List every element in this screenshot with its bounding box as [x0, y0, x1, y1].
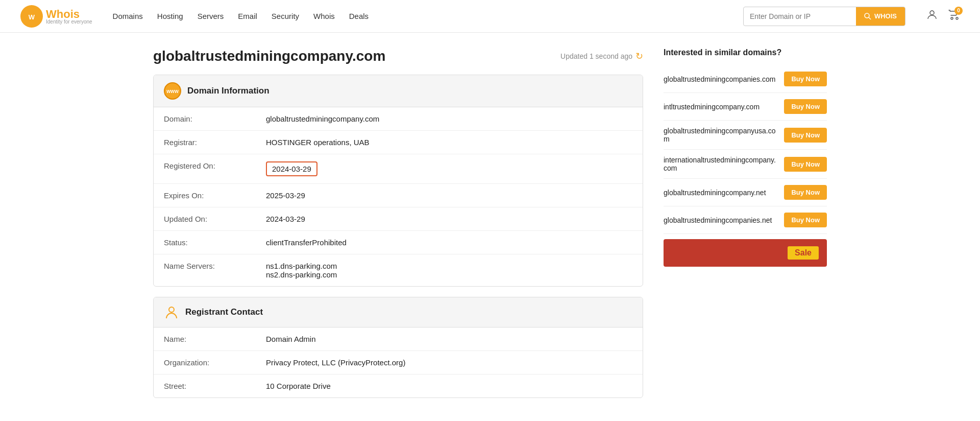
similar-domain-row: globaltrustedminingcompanies.com Buy Now	[664, 65, 827, 93]
field-value: 2024-03-29	[256, 207, 643, 231]
similar-title: Interested in similar domains?	[664, 48, 827, 57]
svg-point-2	[865, 13, 869, 18]
similar-domain-name: globaltrustedminingcompany.net	[664, 189, 766, 197]
refresh-icon[interactable]: ↻	[635, 51, 643, 62]
similar-domain-row: globaltrustedminingcompanyusa.com Buy No…	[664, 121, 827, 150]
updated-row: Updated 1 second ago ↻	[560, 51, 643, 62]
domain-title-row: globaltrustedminingcompany.com Updated 1…	[153, 48, 643, 64]
table-row: Name: Domain Admin	[154, 328, 643, 351]
buy-now-button[interactable]: Buy Now	[784, 213, 827, 227]
search-bar: WHOIS	[743, 7, 905, 26]
similar-domain-row: globaltrustedminingcompany.net Buy Now	[664, 179, 827, 206]
field-label: Name Servers:	[154, 254, 256, 287]
svg-point-5	[951, 17, 953, 19]
table-row: Status: clientTransferProhibited	[154, 231, 643, 254]
table-row: Registered On: 2024-03-29	[154, 154, 643, 184]
buy-now-button[interactable]: Buy Now	[784, 157, 827, 172]
logo[interactable]: W Whois Identity for everyone	[20, 5, 92, 28]
field-label: Street:	[154, 375, 256, 398]
similar-domain-row: internationaltrustedminingcompany.com Bu…	[664, 150, 827, 179]
field-label: Registered On:	[154, 154, 256, 184]
left-column: globaltrustedminingcompany.com Updated 1…	[153, 48, 643, 408]
registered-on-value: 2024-03-29	[266, 161, 317, 176]
similar-domain-name: globaltrustedminingcompanyusa.com	[664, 127, 779, 143]
domain-info-card: www Domain Information Domain: globaltru…	[153, 75, 643, 287]
sale-banner: Sale	[664, 239, 827, 267]
logo-tagline: Identity for everyone	[46, 19, 92, 25]
svg-text:W: W	[29, 13, 35, 21]
registrant-title: Registrant Contact	[185, 307, 263, 317]
nav-hosting[interactable]: Hosting	[157, 12, 183, 20]
similar-domain-name: internationaltrustedminingcompany.com	[664, 156, 779, 172]
table-row: Name Servers: ns1.dns-parking.com ns2.dn…	[154, 254, 643, 287]
field-label: Registrar:	[154, 131, 256, 154]
nav-whois[interactable]: Whois	[313, 12, 335, 20]
table-row: Domain: globaltrustedminingcompany.com	[154, 107, 643, 131]
registrant-table: Name: Domain Admin Organization: Privacy…	[154, 328, 643, 397]
svg-point-7	[169, 307, 174, 312]
whois-logo-icon: W	[20, 5, 43, 28]
field-value: 10 Corporate Drive	[256, 375, 643, 398]
buy-now-button[interactable]: Buy Now	[784, 185, 827, 200]
table-row: Expires On: 2025-03-29	[154, 184, 643, 207]
www-icon: www	[164, 82, 181, 100]
table-row: Updated On: 2024-03-29	[154, 207, 643, 231]
similar-domain-row: intltrustedminingcompany.com Buy Now	[664, 93, 827, 121]
updated-text: Updated 1 second ago	[560, 52, 632, 60]
buy-now-button[interactable]: Buy Now	[784, 72, 827, 86]
similar-domain-name: globaltrustedminingcompanies.net	[664, 216, 772, 224]
field-label: Updated On:	[154, 207, 256, 231]
buy-now-button[interactable]: Buy Now	[784, 99, 827, 114]
field-label: Domain:	[154, 107, 256, 131]
field-value: clientTransferProhibited	[256, 231, 643, 254]
table-row: Registrar: HOSTINGER operations, UAB	[154, 131, 643, 154]
field-value: globaltrustedminingcompany.com	[256, 107, 643, 131]
search-input[interactable]	[744, 12, 856, 20]
person-icon	[164, 305, 179, 320]
nav-deals[interactable]: Deals	[349, 12, 369, 20]
nav-servers[interactable]: Servers	[198, 12, 224, 20]
search-icon	[864, 13, 871, 20]
field-value: HOSTINGER operations, UAB	[256, 131, 643, 154]
field-value: ns1.dns-parking.com ns2.dns-parking.com	[256, 254, 643, 287]
field-value: Domain Admin	[256, 328, 643, 351]
field-label: Organization:	[154, 351, 256, 375]
table-row: Organization: Privacy Protect, LLC (Priv…	[154, 351, 643, 375]
right-column: Interested in similar domains? globaltru…	[664, 48, 827, 408]
field-label: Status:	[154, 231, 256, 254]
page-content: globaltrustedminingcompany.com Updated 1…	[133, 33, 847, 421]
similar-domain-name: globaltrustedminingcompanies.com	[664, 75, 775, 83]
field-value: Privacy Protect, LLC (PrivacyProtect.org…	[256, 351, 643, 375]
buy-now-button[interactable]: Buy Now	[784, 128, 827, 143]
cart-count: 0	[954, 7, 963, 15]
nav-links: Domains Hosting Servers Email Security W…	[113, 12, 728, 20]
registrant-header: Registrant Contact	[154, 297, 643, 328]
table-row: Street: 10 Corporate Drive	[154, 375, 643, 398]
field-label: Name:	[154, 328, 256, 351]
sale-label: Sale	[788, 246, 819, 260]
nav-icon-group: 0	[926, 9, 960, 24]
svg-point-6	[956, 17, 958, 19]
svg-point-4	[930, 11, 934, 15]
svg-line-3	[869, 17, 871, 19]
nav-domains[interactable]: Domains	[113, 12, 143, 20]
similar-domain-name: intltrustedminingcompany.com	[664, 103, 760, 111]
similar-domain-row: globaltrustedminingcompanies.net Buy Now	[664, 206, 827, 234]
domain-info-table: Domain: globaltrustedminingcompany.com R…	[154, 107, 643, 286]
cart-button[interactable]: 0	[947, 9, 960, 24]
domain-info-header: www Domain Information	[154, 75, 643, 107]
navbar: W Whois Identity for everyone Domains Ho…	[0, 0, 980, 33]
search-button[interactable]: WHOIS	[856, 7, 905, 26]
domain-info-title: Domain Information	[187, 86, 270, 96]
user-icon	[926, 9, 938, 21]
field-value: 2025-03-29	[256, 184, 643, 207]
nav-security[interactable]: Security	[272, 12, 299, 20]
field-label: Expires On:	[154, 184, 256, 207]
account-button[interactable]	[926, 9, 938, 24]
registrant-card: Registrant Contact Name: Domain Admin Or…	[153, 297, 643, 398]
nav-email[interactable]: Email	[238, 12, 257, 20]
field-registered-on: 2024-03-29	[256, 154, 643, 184]
domain-title: globaltrustedminingcompany.com	[153, 48, 385, 64]
